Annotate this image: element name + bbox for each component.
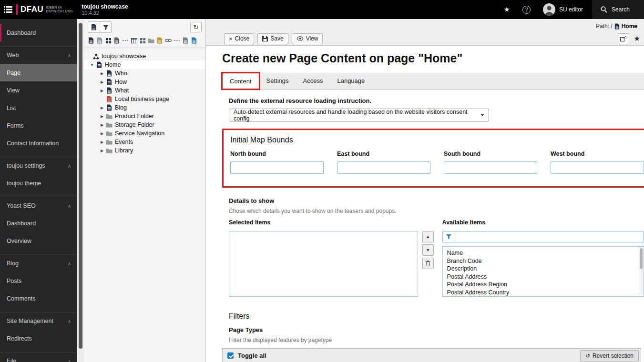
link-icon[interactable] [165,37,172,44]
move-down-button[interactable]: ▼ [422,244,434,256]
sidebar-item-toujou-settings[interactable]: toujou settings∧ [0,157,77,174]
tab-settings[interactable]: Settings [259,73,296,89]
sidebar-item-list[interactable]: List [0,99,77,117]
sidebar-item-web[interactable]: Web∧ [0,46,77,64]
modules-icon[interactable] [105,37,112,44]
tree-node-how[interactable]: ▶How [84,78,205,86]
tree-node-service-navigation[interactable]: ▶Service Navigation [84,129,205,138]
tree-expander-icon[interactable]: ▶ [99,123,105,127]
folder-icon [105,114,113,119]
external-resource-select[interactable]: Auto-detect external resources and handl… [229,109,489,121]
tree-node-local-business-page[interactable]: Local business page [84,95,205,103]
tree-node-library[interactable]: ▶Library [84,146,205,155]
recycler-icon[interactable] [182,37,189,44]
available-item-postal-address-region[interactable]: Postal Address Region [447,281,639,289]
bound-input-south-bound[interactable] [444,161,537,174]
page-icon[interactable] [88,37,94,44]
tab-access[interactable]: Access [296,73,330,89]
tree-node-storage-folder[interactable]: ▶Storage Folder [84,121,205,129]
page-icon [105,79,113,85]
sidebar-item-blog[interactable]: Blog∧ [0,254,77,272]
move-up-button[interactable]: ▲ [422,231,434,242]
sidebar: DashboardWeb∧PageViewListFormsContact In… [0,19,77,362]
sidebar-item-forms[interactable]: Forms [0,117,77,134]
table-icon[interactable] [131,37,137,44]
tab-content[interactable]: Content [222,73,259,89]
tree-node-home[interactable]: ▼Home [84,60,205,69]
tree-node-who[interactable]: ▶Who [84,69,205,78]
shortcut-icon[interactable] [191,37,197,44]
tree-refresh-button[interactable]: ↻ [190,22,202,32]
bound-input-north-bound[interactable] [230,161,324,174]
tree-node-toujou-showcase[interactable]: toujou showcase [84,52,205,60]
bookmarks-button[interactable]: ★ [497,0,516,19]
tab-language[interactable]: Language [330,73,372,89]
view-button[interactable]: View [292,33,323,44]
available-item-description[interactable]: Description [447,265,639,273]
sidebar-item-toujou-theme[interactable]: toujou theme [0,174,77,192]
sidebar-item-yoast-seo[interactable]: Yoast SEO∧ [0,197,77,214]
user-menu[interactable]: SU editor [537,0,589,19]
close-button[interactable]: × Close [224,33,254,44]
search-button[interactable]: Search [592,0,644,19]
open-new-window-button[interactable] [618,33,629,44]
mountpoint-icon[interactable] [113,37,120,44]
sidebar-scrollbar[interactable] [77,19,84,362]
tree-node-label: Product Folder [115,113,154,120]
available-item-branch-code[interactable]: Branch Code [447,257,639,265]
bound-input-east-bound[interactable] [337,161,430,174]
media-icon[interactable] [148,37,154,44]
tree-node-product-folder[interactable]: ▶Product Folder [84,112,205,121]
tree-node-blog[interactable]: ▶Blog [84,103,205,112]
sidebar-item-site-management[interactable]: Site Management∧ [0,312,77,330]
save-button[interactable]: Save [257,33,288,44]
tree-expander-icon[interactable]: ▶ [99,131,105,136]
sidebar-item-overview[interactable]: Overview [0,232,77,250]
sidebar-item-dashboard[interactable]: Dashboard [0,24,77,41]
filter-icon [103,25,109,30]
toggle-all-checkbox[interactable] [227,352,234,359]
sidebar-item-dashboard[interactable]: Dashboard [0,214,77,232]
available-item-postal-address-country[interactable]: Postal Address Country [447,289,639,297]
module-menu-toggle[interactable] [0,0,16,19]
available-item-postal-address[interactable]: Postal Address [447,273,639,281]
tree-node-what[interactable]: ▶What [84,86,205,95]
sidebar-item-label: Dashboard [7,30,36,36]
sidebar-item-posts[interactable]: Posts [0,272,77,290]
selected-items-box[interactable] [229,231,418,297]
tree-expander-icon[interactable]: ▶ [99,89,105,93]
list-scrollbar-thumb[interactable] [640,248,643,269]
tree-expander-icon[interactable]: ▶ [99,106,105,110]
sidebar-item-label: Forms [7,122,23,129]
sidebar-item-file[interactable]: File∧ [0,352,77,362]
revert-selection-button[interactable]: ↺ Revert selection [580,350,639,362]
sidebar-item-view[interactable]: View [0,81,77,99]
tree-expander-icon[interactable]: ▶ [99,80,105,84]
note-icon[interactable] [156,37,163,44]
sidebar-item-contact-information[interactable]: Contact Information [0,134,77,152]
tree-expander-icon[interactable]: ▶ [99,140,105,144]
sidebar-item-redirects[interactable]: Redirects [0,330,77,347]
bound-input-west-bound[interactable] [551,161,644,174]
tree-expander-icon[interactable]: ▶ [99,149,105,153]
new-page-button[interactable] [88,22,100,32]
spacer-icon[interactable] [122,37,129,44]
tree-expander-icon[interactable]: ▼ [89,63,95,67]
tree-filter-button[interactable] [100,22,111,32]
list-scrollbar[interactable] [639,247,644,296]
available-items-filter-input[interactable] [455,231,644,242]
available-item-name[interactable]: Name [447,249,639,257]
sidebar-item-comments[interactable]: Comments [0,290,77,307]
divider-icon[interactable] [174,37,180,44]
sidebar-scrollbar-thumb[interactable] [79,23,82,349]
tree-expander-icon[interactable]: ▶ [99,114,105,119]
tree-expander-icon[interactable]: ▶ [99,71,105,76]
help-button[interactable]: ? [516,0,537,19]
remove-item-button[interactable] [422,258,434,269]
sidebar-item-label: Page [7,70,20,76]
bookmark-star-icon[interactable]: ★ [634,34,640,43]
sidebar-item-page[interactable]: Page [0,64,77,81]
page-gray-icon[interactable] [96,37,103,44]
form-icon[interactable] [139,37,146,44]
tree-node-events[interactable]: ▶Events [84,138,205,146]
